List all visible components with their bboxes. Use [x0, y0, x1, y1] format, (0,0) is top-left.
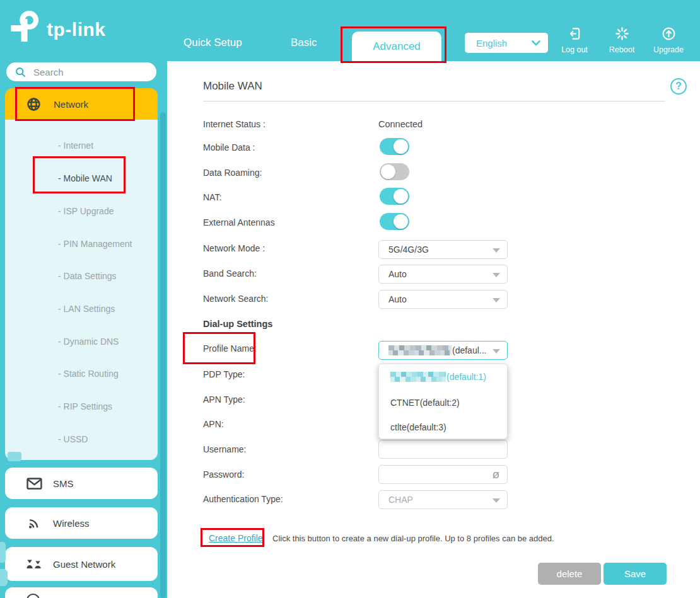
external-antennas-toggle[interactable] [380, 213, 409, 230]
sidebar-item-data-settings[interactable]: - Data Settings [58, 271, 117, 281]
profile-name-label: Profile Name: [203, 343, 257, 354]
auth-type-label: Authentication Type: [203, 494, 283, 504]
logout-icon [568, 26, 582, 41]
sidebar-item-pin-management[interactable]: - PIN Management [58, 239, 132, 249]
help-icon[interactable]: ? [670, 78, 687, 95]
profile-option-3[interactable]: ctlte(default:3) [390, 422, 446, 432]
create-profile-description: Click this button to create a new dial-u… [272, 534, 554, 543]
chevron-down-icon [493, 498, 500, 503]
network-search-label: Network Search: [203, 294, 268, 304]
dialup-settings-heading: Dial-up Settings [203, 319, 272, 329]
chevron-down-icon [532, 40, 540, 46]
toggle-knob [394, 214, 408, 229]
delete-button[interactable]: delete [538, 563, 601, 585]
profile-option-2[interactable]: CTNET(default:2) [390, 398, 460, 408]
auth-type-value: CHAP [388, 495, 413, 505]
logo-text: tp-link [47, 19, 106, 40]
redacted-profile-name [388, 345, 452, 355]
profile-option-1-suffix: (default:1) [446, 372, 486, 382]
decor-fragment [0, 542, 6, 563]
password-label: Password: [203, 469, 244, 480]
tp-link-logo: tp-link [8, 8, 106, 43]
data-roaming-toggle[interactable] [380, 163, 409, 180]
sidebar-item-lan-settings[interactable]: - LAN Settings [58, 304, 115, 314]
data-roaming-label: Data Roaming: [203, 168, 262, 178]
profile-option-1[interactable]: (default:1) [390, 372, 486, 382]
profile-name-select[interactable]: (defaul... [378, 341, 508, 360]
band-search-label: Band Search: [203, 268, 257, 279]
logout-label: Log out [552, 45, 597, 54]
partial-item-icon [26, 594, 40, 598]
sidebar-item-wireless[interactable]: Wireless [5, 507, 158, 539]
logout-button[interactable]: Log out [552, 26, 597, 54]
password-input[interactable]: ø [378, 465, 508, 484]
tab-advanced[interactable]: Advanced [352, 32, 441, 61]
apn-type-label: APN Type: [203, 394, 245, 405]
username-label: Username: [203, 444, 246, 454]
eye-off-icon[interactable]: ø [492, 468, 499, 481]
reboot-button[interactable]: Reboot [600, 26, 644, 54]
sidebar-search[interactable] [6, 62, 156, 81]
upgrade-icon [662, 26, 676, 41]
sidebar-scrollbar[interactable] [160, 112, 166, 598]
main-content: Mobile WAN ? Internet Status : Connected… [167, 61, 700, 598]
mobile-data-toggle[interactable] [380, 138, 409, 155]
guest-network-icon [25, 558, 43, 570]
sidebar-item-wireless-label: Wireless [53, 518, 90, 529]
sidebar-item-rip-settings[interactable]: - RIP Settings [58, 401, 112, 411]
sidebar-item-dynamic-dns[interactable]: - Dynamic DNS [58, 336, 119, 347]
sidebar-item-sms-label: SMS [53, 478, 74, 489]
search-icon [15, 67, 26, 78]
language-select[interactable]: English [465, 33, 548, 53]
sidebar-item-internet[interactable]: - Internet [58, 141, 93, 151]
router-admin-page: tp-link Quick Setup Basic Advanced Engli… [0, 0, 700, 598]
title-divider [203, 101, 665, 101]
auth-type-select[interactable]: CHAP [378, 490, 508, 509]
redacted-option-text [390, 372, 446, 382]
sidebar-item-guest-network-label: Guest Network [53, 559, 115, 570]
network-search-select[interactable]: Auto [378, 290, 508, 309]
page-title: Mobile WAN [203, 80, 262, 93]
tab-basic[interactable]: Basic [291, 37, 317, 49]
network-search-value: Auto [388, 294, 407, 304]
sidebar-item-guest-network[interactable]: Guest Network [5, 547, 158, 581]
username-input[interactable] [378, 440, 508, 459]
sidebar-item-network[interactable]: Network [5, 88, 158, 120]
network-submenu: - Internet - Mobile WAN - ISP Upgrade - … [5, 120, 158, 460]
external-antennas-label: External Antennas [203, 217, 275, 227]
profile-name-suffix: (defaul... [452, 345, 486, 355]
toggle-knob [394, 189, 408, 204]
tab-quick-setup[interactable]: Quick Setup [184, 37, 242, 49]
search-input[interactable] [33, 67, 134, 78]
apn-label: APN: [203, 419, 224, 429]
sidebar-item-sms[interactable]: SMS [5, 468, 158, 499]
internet-status-label: Internet Status : [203, 119, 265, 129]
tp-link-logo-icon [8, 8, 42, 43]
band-search-select[interactable]: Auto [378, 265, 508, 284]
sidebar-item-ussd[interactable]: - USSD [58, 434, 88, 444]
network-mode-label: Network Mode : [203, 243, 265, 253]
reboot-label: Reboot [600, 45, 644, 54]
network-mode-select[interactable]: 5G/4G/3G [378, 240, 508, 259]
nat-toggle[interactable] [380, 188, 409, 205]
toggle-knob [394, 139, 408, 154]
envelope-icon [25, 478, 43, 490]
top-header: tp-link Quick Setup Basic Advanced Engli… [0, 0, 700, 61]
sidebar-item-static-routing[interactable]: - Static Routing [58, 369, 119, 379]
sidebar-item-isp-upgrade[interactable]: - ISP Upgrade [58, 206, 114, 216]
create-profile-link[interactable]: Create Profile [209, 533, 263, 543]
sidebar-item-partial[interactable] [5, 587, 158, 598]
upgrade-label: Upgrade [646, 45, 691, 54]
globe-icon [26, 97, 41, 112]
wireless-icon [25, 516, 43, 530]
reboot-icon [615, 26, 629, 41]
save-button[interactable]: Save [604, 563, 667, 585]
upgrade-button[interactable]: Upgrade [646, 26, 691, 54]
chevron-down-icon [493, 248, 500, 253]
profile-name-dropdown: (default:1) CTNET(default:2) ctlte(defau… [378, 364, 508, 439]
mobile-data-label: Mobile Data : [203, 142, 255, 152]
toggle-knob [381, 164, 395, 179]
sidebar-item-mobile-wan[interactable]: - Mobile WAN [58, 173, 112, 183]
band-search-value: Auto [388, 269, 407, 279]
chevron-down-icon [493, 349, 500, 354]
